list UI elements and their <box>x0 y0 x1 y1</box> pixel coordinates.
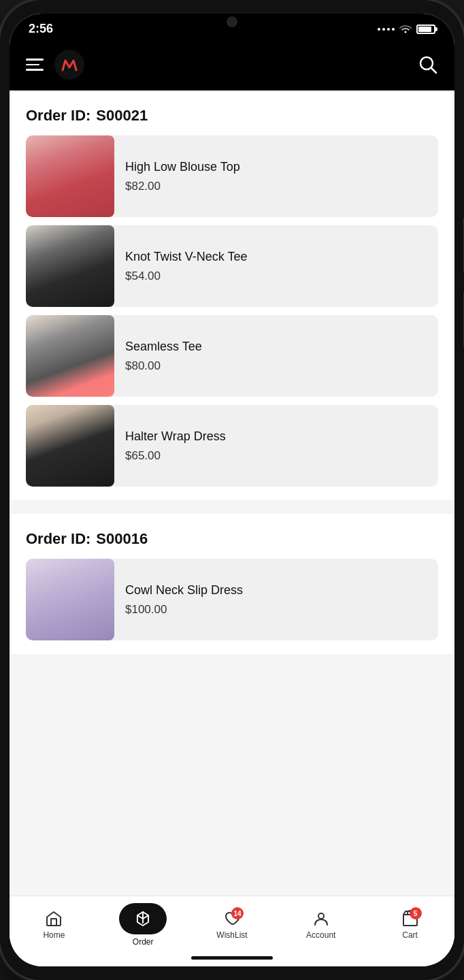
product-item-2[interactable]: Knot Twist V-Neck Tee $54.00 <box>26 225 438 307</box>
order-id-label-2: Order ID: <box>26 530 90 548</box>
wishlist-badge: 14 <box>231 907 244 919</box>
section-gap <box>10 500 454 514</box>
order-id-label-1: Order ID: <box>26 107 90 125</box>
signal-icon <box>378 28 395 31</box>
nav-label-cart: Cart <box>402 930 418 940</box>
menu-icon[interactable] <box>26 59 44 71</box>
product-item-1[interactable]: High Low Blouse Top $82.00 <box>26 135 438 217</box>
home-icon <box>45 910 63 928</box>
order-id-value-2: S00016 <box>96 530 148 548</box>
product-info-5: Cowl Neck Slip Dress $100.00 <box>114 572 438 627</box>
product-image-4 <box>26 405 114 487</box>
order-id-row-1: Order ID: S00021 <box>26 107 438 125</box>
brand-logo <box>54 50 84 80</box>
nav-label-home: Home <box>43 930 65 940</box>
product-image-1 <box>26 135 114 217</box>
nav-item-order[interactable]: Order <box>119 903 167 947</box>
cart-icon-wrap: 5 <box>401 910 419 928</box>
nav-item-wishlist[interactable]: 14 WishList <box>208 910 256 940</box>
phone-screen: 2:56 <box>10 14 454 966</box>
user-icon <box>312 910 330 928</box>
svg-point-0 <box>54 50 84 80</box>
product-item-3[interactable]: Seamless Tee $80.00 <box>26 315 438 397</box>
camera-notch <box>227 16 237 27</box>
product-info-1: High Low Blouse Top $82.00 <box>114 148 438 203</box>
wifi-icon <box>399 22 412 36</box>
nav-item-home[interactable]: Home <box>30 910 78 940</box>
product-item-4[interactable]: Halter Wrap Dress $65.00 <box>26 405 438 487</box>
phone-frame: 2:56 <box>0 0 464 980</box>
product-image-3 <box>26 315 114 397</box>
header-left <box>26 50 84 80</box>
account-icon-wrap <box>312 910 330 928</box>
product-name-3: Seamless Tee <box>125 339 427 355</box>
product-price-1: $82.00 <box>125 180 427 193</box>
product-info-3: Seamless Tee $80.00 <box>114 328 438 383</box>
order-icon-wrap <box>119 903 167 934</box>
status-icons <box>378 22 435 36</box>
order-id-value-1: S00021 <box>96 107 148 125</box>
main-content: Order ID: S00021 High Low Blouse Top $82… <box>10 91 454 896</box>
battery-icon <box>416 24 435 34</box>
order-id-row-2: Order ID: S00016 <box>26 530 438 548</box>
home-indicator <box>10 952 454 966</box>
product-name-1: High Low Blouse Top <box>125 159 427 175</box>
product-image-2 <box>26 225 114 307</box>
home-bar <box>191 956 273 960</box>
product-price-2: $54.00 <box>125 270 427 283</box>
product-info-4: Halter Wrap Dress $65.00 <box>114 418 438 473</box>
nav-label-order: Order <box>133 937 154 947</box>
svg-point-3 <box>318 913 324 919</box>
product-name-4: Halter Wrap Dress <box>125 429 427 444</box>
nav-label-wishlist: WishList <box>216 930 247 940</box>
home-icon-wrap <box>45 910 63 928</box>
nav-item-account[interactable]: Account <box>297 910 345 940</box>
search-button[interactable] <box>418 54 438 75</box>
product-name-2: Knot Twist V-Neck Tee <box>125 249 427 265</box>
status-time: 2:56 <box>29 22 53 36</box>
cart-badge: 5 <box>410 907 422 919</box>
svg-line-2 <box>431 68 436 73</box>
product-price-5: $100.00 <box>125 603 427 617</box>
order-section-1: Order ID: S00021 High Low Blouse Top $82… <box>10 91 454 500</box>
app-header <box>10 42 454 91</box>
bottom-nav: Home Order 14 <box>10 896 454 952</box>
product-item-5[interactable]: Cowl Neck Slip Dress $100.00 <box>26 559 438 640</box>
box-icon <box>134 910 152 928</box>
nav-item-cart[interactable]: 5 Cart <box>386 910 434 940</box>
order-section-2: Order ID: S00016 Cowl Neck Slip Dress $1… <box>10 514 454 654</box>
product-image-5 <box>26 559 114 640</box>
product-price-3: $80.00 <box>125 359 427 373</box>
product-info-2: Knot Twist V-Neck Tee $54.00 <box>114 238 438 293</box>
wishlist-icon-wrap: 14 <box>223 910 241 928</box>
product-price-4: $65.00 <box>125 449 427 463</box>
nav-label-account: Account <box>306 930 335 940</box>
product-name-5: Cowl Neck Slip Dress <box>125 583 427 598</box>
